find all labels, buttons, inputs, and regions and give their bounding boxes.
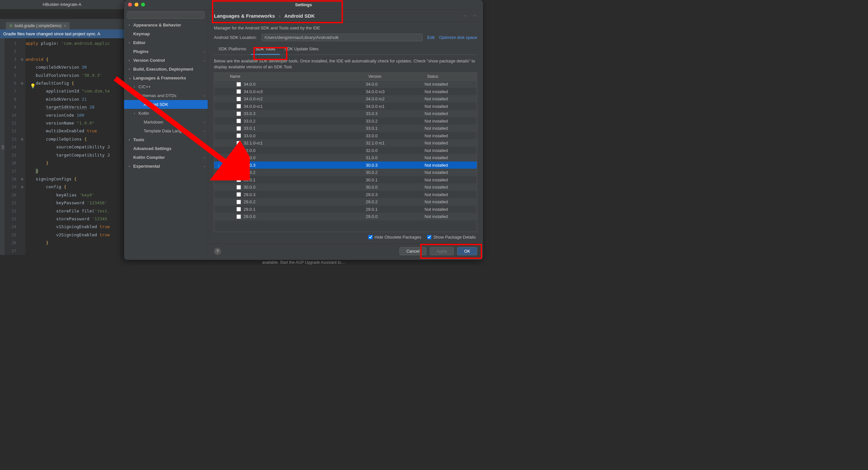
row-checkbox[interactable]: [237, 134, 241, 138]
table-row[interactable]: 34.0.0-rc234.0.0 rc2Not installed: [214, 95, 477, 102]
lightbulb-icon[interactable]: 💡: [30, 83, 36, 89]
breadcrumb-parent[interactable]: Languages & Frameworks: [214, 13, 275, 19]
row-checkbox[interactable]: [237, 148, 241, 153]
table-body[interactable]: 34.0.034.0.0Not installed34.0.0-rc334.0.…: [214, 80, 477, 232]
search-icon: [127, 11, 205, 19]
editor-tab-build-gradle[interactable]: ⚙ build.gradle (:simpleDemo) ✕: [6, 22, 69, 29]
table-row[interactable]: 34.0.034.0.0Not installed: [214, 80, 477, 88]
row-status: Not installed: [425, 192, 477, 197]
tree-arrow-icon: ›: [129, 41, 132, 45]
forward-icon[interactable]: →: [472, 13, 477, 19]
row-checkbox[interactable]: [237, 200, 241, 204]
row-status: Not installed: [425, 214, 477, 219]
sidebar-item-kotlin-compiler[interactable]: Kotlin Compiler▫: [124, 153, 208, 162]
sidebar-item-advanced-settings[interactable]: Advanced Settings: [124, 144, 208, 153]
row-status: Not installed: [425, 155, 477, 160]
table-row[interactable]: 32.1.0-rc132.1.0 rc1Not installed: [214, 139, 477, 147]
row-checkbox[interactable]: [237, 82, 241, 87]
row-checkbox[interactable]: [237, 185, 241, 189]
sidebar-item-plugins[interactable]: Plugins▫: [124, 47, 208, 56]
module-icon: ▫: [204, 155, 205, 159]
table-header: Name Version Status: [214, 73, 477, 80]
hide-obsolete-checkbox[interactable]: Hide Obsolete Packages: [368, 235, 421, 240]
sidebar-item-languages-frameworks[interactable]: ⌄Languages & Frameworks: [124, 74, 208, 82]
table-row[interactable]: 29.0.229.0.2Not installed: [214, 198, 477, 206]
row-checkbox[interactable]: [237, 177, 241, 182]
table-row[interactable]: 33.0.133.0.1Not installed: [214, 124, 477, 132]
table-row[interactable]: 32.0.032.0.0Not installed: [214, 147, 477, 154]
apply-button[interactable]: Apply: [430, 247, 454, 255]
window-close-button[interactable]: [128, 3, 132, 6]
col-name[interactable]: Name: [214, 73, 366, 80]
row-version: 29.0.3: [366, 192, 425, 197]
sidebar-item-editor[interactable]: ›Editor: [124, 38, 208, 47]
row-status: Not installed: [425, 126, 477, 131]
settings-search-input[interactable]: [127, 11, 205, 19]
cancel-button[interactable]: Cancel: [399, 247, 426, 255]
sidebar-item-version-control[interactable]: ›Version Control▫: [124, 56, 208, 65]
row-checkbox[interactable]: [237, 207, 241, 211]
sidebar-item-experimental[interactable]: ›Experimental▫: [124, 162, 208, 171]
row-checkbox[interactable]: [237, 112, 241, 116]
close-icon[interactable]: ✕: [63, 24, 66, 28]
row-checkbox[interactable]: [237, 126, 241, 131]
table-row[interactable]: 33.0.333.0.3Not installed: [214, 110, 477, 117]
row-checkbox[interactable]: [237, 97, 241, 101]
sidebar-item-markdown[interactable]: Markdown▫: [124, 118, 208, 126]
show-package-details-checkbox[interactable]: Show Package Details: [427, 235, 476, 240]
table-row[interactable]: 33.0.233.0.2Not installed: [214, 117, 477, 125]
row-checkbox[interactable]: [237, 89, 241, 94]
table-row[interactable]: 34.0.0-rc134.0.0 rc1Not installed: [214, 102, 477, 110]
optimize-disk-link[interactable]: Optimize disk space: [439, 35, 477, 40]
ok-button[interactable]: OK: [457, 247, 477, 255]
row-checkbox[interactable]: [237, 119, 241, 123]
table-row[interactable]: 33.0.033.0.0Not installed: [214, 132, 477, 140]
sidebar-item-kotlin[interactable]: ›Kotlin: [124, 109, 208, 118]
sidebar-item-build-execution-deployment[interactable]: ›Build, Execution, Deployment: [124, 65, 208, 74]
sidebar-item-appearance-behavior[interactable]: ›Appearance & Behavior: [124, 21, 208, 29]
table-row[interactable]: 30.0.230.0.2Not installed: [214, 169, 477, 176]
tab-sdk-tools[interactable]: SDK Tools: [251, 45, 280, 55]
help-button[interactable]: ?: [214, 248, 221, 255]
sidebar-item-keymap[interactable]: Keymap: [124, 29, 208, 38]
sidebar-item-c-c-[interactable]: ›C/C++: [124, 82, 208, 91]
table-row[interactable]: 31.0.031.0.0Not installed: [214, 154, 477, 161]
tab-sdk-platforms[interactable]: SDK Platforms: [214, 45, 251, 55]
table-row[interactable]: 30.0.030.0.0Not installed: [214, 183, 477, 191]
sidebar-item-tools[interactable]: ›Tools: [124, 135, 208, 144]
window-minimize-button[interactable]: [134, 3, 138, 6]
table-row[interactable]: ⭳30.0.330.0.3Not installed: [214, 161, 477, 169]
module-icon: ▫: [204, 94, 205, 98]
back-icon[interactable]: ←: [463, 13, 468, 19]
editor-body: AS 1234567891011121314151617181920212223…: [0, 38, 124, 255]
edit-link[interactable]: Edit: [427, 35, 434, 40]
code-area[interactable]: apply plugin: 'com.android.applic androi…: [26, 38, 110, 255]
table-row[interactable]: 29.0.029.0.0Not installed: [214, 213, 477, 220]
sidebar-item-label: Keymap: [133, 31, 150, 36]
row-checkbox[interactable]: [237, 155, 241, 160]
row-checkbox[interactable]: [237, 163, 241, 167]
left-tool-stripe[interactable]: AS: [0, 38, 5, 255]
row-checkbox[interactable]: [237, 141, 241, 145]
settings-tree[interactable]: ›Appearance & BehaviorKeymap›EditorPlugi…: [124, 21, 208, 260]
row-checkbox[interactable]: [237, 104, 241, 109]
sidebar-item-android-sdk[interactable]: Android SDK: [124, 100, 208, 109]
sidebar-item-label: Markdown: [144, 120, 163, 124]
sidebar-item-template-data-langua-[interactable]: Template Data Langua…▫: [124, 126, 208, 135]
table-row[interactable]: 30.0.130.0.1Not installed: [214, 176, 477, 184]
col-status[interactable]: Status: [425, 73, 477, 80]
show-details-input[interactable]: [427, 235, 431, 239]
sdk-location-input[interactable]: [261, 34, 423, 41]
hide-obsolete-input[interactable]: [368, 235, 373, 239]
sidebar-item-schemas-and-dtds[interactable]: ›Schemas and DTDs▫: [124, 91, 208, 100]
table-row[interactable]: 34.0.0-rc334.0.0 rc3Not installed: [214, 88, 477, 95]
table-row[interactable]: 29.0.329.0.3Not installed: [214, 191, 477, 198]
row-checkbox[interactable]: [237, 214, 241, 219]
settings-sidebar: ›Appearance & BehaviorKeymap›EditorPlugi…: [124, 9, 208, 260]
row-checkbox[interactable]: [237, 192, 241, 197]
col-version[interactable]: Version: [366, 73, 425, 80]
tab-sdk-update-sites[interactable]: SDK Update Sites: [280, 45, 323, 55]
table-row[interactable]: 29.0.129.0.1Not installed: [214, 206, 477, 213]
window-zoom-button[interactable]: [141, 3, 145, 6]
row-checkbox[interactable]: [237, 170, 241, 175]
